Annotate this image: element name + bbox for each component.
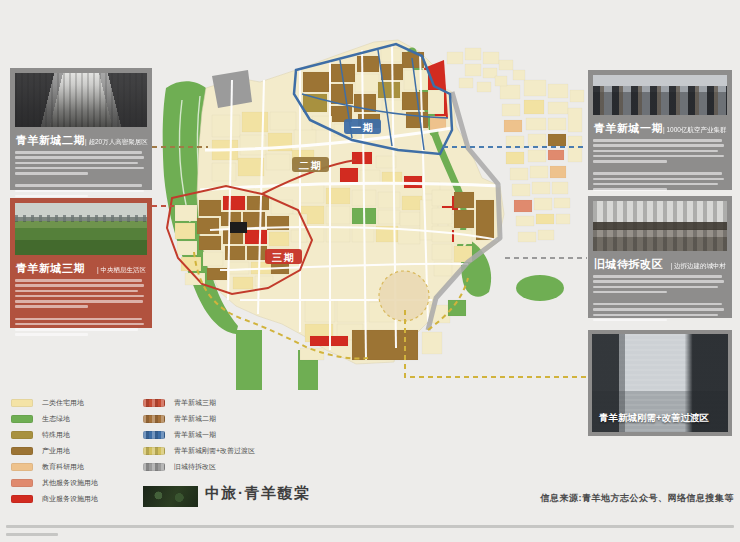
legend-label: 青羊新城二期 (174, 414, 216, 424)
legend-swatch (143, 463, 165, 471)
legend-label: 教育科研用地 (42, 462, 84, 472)
phase3-label: 三期 (272, 252, 296, 263)
legend-left-item-6: 商业服务设施用地 (11, 495, 98, 503)
callout-transition-title: 青羊新城刚需+改善过渡区 (599, 412, 709, 425)
legend-right-item-1: 青羊新城二期 (143, 415, 255, 423)
photo-phase3 (15, 203, 147, 255)
legend-label: 二类住宅用地 (42, 398, 84, 408)
legend-label: 青羊新城刚需+改善过渡区 (174, 446, 255, 456)
legend-right-item-3: 青羊新城刚需+改善过渡区 (143, 447, 255, 455)
callout-phase3: 青羊新城三期 | 中央栖息生活区 (10, 198, 152, 328)
legend-left-item-2: 特殊用地 (11, 431, 98, 439)
phase-chip-1: 一期 (344, 119, 381, 134)
callout-oldtown-body (593, 275, 727, 321)
legend-left-item-3: 产业用地 (11, 447, 98, 455)
source-note: 信息来源:青羊地方志公众号、网络信息搜集等 (541, 492, 735, 505)
legend-swatch (11, 463, 33, 471)
phase-chip-2: 二期 (292, 157, 329, 172)
callout-oldtown-subtitle: | 边拆边建的城中村 (671, 262, 727, 271)
phase2-label: 二期 (299, 160, 323, 171)
disclaimer-line-1 (6, 525, 734, 528)
callout-oldtown-title: 旧城待拆改区 (594, 257, 663, 272)
disclaimer-line-2 (6, 533, 58, 536)
callout-phase2-body (15, 151, 147, 197)
legend-left-item-0: 二类住宅用地 (11, 399, 98, 407)
legend-swatch (11, 415, 33, 423)
legend-left-item-1: 生态绿地 (11, 415, 98, 423)
callout-phase2-title: 青羊新城二期 (16, 133, 85, 148)
legend-right-item-0: 青羊新城三期 (143, 399, 255, 407)
legend-swatch (11, 479, 33, 487)
legend-right-item-2: 青羊新城一期 (143, 431, 255, 439)
photo-phase1 (593, 75, 727, 115)
black-parcel (230, 222, 247, 233)
legend-right-column: 青羊新城三期青羊新城二期青羊新城一期青羊新城刚需+改善过渡区旧城待拆改区 (143, 399, 255, 471)
legend-swatch (143, 447, 165, 455)
legend-right-item-4: 旧城待拆改区 (143, 463, 255, 471)
callout-phase1-title: 青羊新城一期 (594, 121, 663, 136)
phase-chip-3: 三期 (265, 249, 302, 264)
legend-swatch (143, 415, 165, 423)
callout-transition: 青羊新城刚需+改善过渡区 (588, 330, 732, 436)
legend-swatch (11, 399, 33, 407)
legend-label: 青羊新城一期 (174, 430, 216, 440)
poster-canvas: 一期 二期 三期 青羊新城二期 | 超20万人高密聚居区 青羊新城 (0, 0, 740, 542)
callout-phase3-body (15, 279, 147, 336)
callout-phase1: 青羊新城一期 | 1000亿航空产业集群 (588, 70, 732, 190)
legend-swatch (143, 399, 165, 407)
brand-name: 中旅·青羊馥棠 (205, 484, 311, 503)
photo-phase2 (15, 73, 147, 127)
photo-oldtown (593, 201, 727, 251)
callout-phase2-subtitle: | 超20万人高密聚居区 (85, 138, 148, 147)
green-blob-se2 (516, 275, 564, 301)
callout-phase1-body (593, 139, 727, 191)
legend-label: 产业用地 (42, 446, 70, 456)
callout-phase1-subtitle: | 1000亿航空产业集群 (663, 126, 726, 135)
legend-left-column: 二类住宅用地生态绿地特殊用地产业用地教育科研用地其他服务设施用地商业服务设施用地 (11, 399, 98, 503)
legend-label: 特殊用地 (42, 430, 70, 440)
callout-phase3-title: 青羊新城三期 (16, 261, 85, 276)
legend-label: 生态绿地 (42, 414, 70, 424)
green-parcel-s1 (236, 330, 262, 390)
legend-swatch (143, 431, 165, 439)
legend-left-item-4: 教育科研用地 (11, 463, 98, 471)
legend-left-item-5: 其他服务设施用地 (11, 479, 98, 487)
callout-phase2: 青羊新城二期 | 超20万人高密聚居区 (10, 68, 152, 190)
brand-logo-thumbnail (143, 486, 198, 507)
phase1-label: 一期 (351, 122, 375, 133)
callout-oldtown: 旧城待拆改区 | 边拆边建的城中村 (588, 196, 732, 318)
legend-swatch (11, 447, 33, 455)
legend-label: 商业服务设施用地 (42, 494, 98, 504)
legend-label: 青羊新城三期 (174, 398, 216, 408)
legend-swatch (11, 431, 33, 439)
legend-label: 旧城待拆改区 (174, 462, 216, 472)
callout-phase3-subtitle: | 中央栖息生活区 (97, 266, 146, 275)
photo-transition: 青羊新城刚需+改善过渡区 (592, 334, 728, 432)
legend-swatch (11, 495, 33, 503)
legend-label: 其他服务设施用地 (42, 478, 98, 488)
